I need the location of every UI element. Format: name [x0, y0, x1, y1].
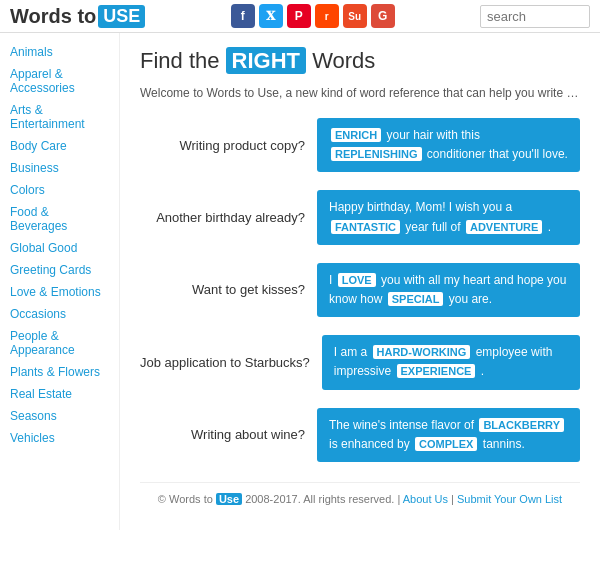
example-sentence-5: The wine's intense flavor of BLACKBERRY … — [317, 408, 580, 462]
example-sentence-1: ENRICH your hair with this REPLENISHING … — [317, 118, 580, 172]
sidebar-item-realestate[interactable]: Real Estate — [0, 383, 119, 405]
example-label-1: Writing product copy? — [140, 138, 305, 153]
social-icons: f 𝐗 P r Su G — [231, 4, 395, 28]
sidebar-item-arts[interactable]: Arts & Entertainment — [0, 99, 119, 135]
twitter-icon[interactable]: 𝐗 — [259, 4, 283, 28]
sidebar-item-vehicles[interactable]: Vehicles — [0, 427, 119, 449]
main-content: Find the RIGHT Words Welcome to Words to… — [120, 33, 600, 530]
keyword-experience: EXPERIENCE — [397, 364, 476, 378]
example-sentence-4: I am a HARD-WORKING employee with impres… — [322, 335, 580, 389]
sidebar-item-food[interactable]: Food & Beverages — [0, 201, 119, 237]
sidebar-item-occasions[interactable]: Occasions — [0, 303, 119, 325]
example-label-3: Want to get kisses? — [140, 282, 305, 297]
example-label-4: Job application to Starbucks? — [140, 355, 310, 370]
keyword-hardworking: HARD-WORKING — [373, 345, 471, 359]
keyword-blackberry: BLACKBERRY — [479, 418, 564, 432]
search-input[interactable] — [480, 5, 590, 28]
logo-use-badge: USE — [98, 5, 145, 28]
reddit-icon[interactable]: r — [315, 4, 339, 28]
sidebar-item-greeting[interactable]: Greeting Cards — [0, 259, 119, 281]
example-row-2: Another birthday already? Happy birthday… — [140, 190, 580, 244]
keyword-complex: COMPLEX — [415, 437, 477, 451]
footer-use-badge: Use — [216, 493, 242, 505]
example-sentence-2: Happy birthday, Mom! I wish you a FANTAS… — [317, 190, 580, 244]
example-row-5: Writing about wine? The wine's intense f… — [140, 408, 580, 462]
keyword-love: LOVE — [338, 273, 376, 287]
footer-submit-link[interactable]: Submit Your Own List — [457, 493, 562, 505]
sidebar-item-people[interactable]: People & Appearance — [0, 325, 119, 361]
facebook-icon[interactable]: f — [231, 4, 255, 28]
intro-text: Welcome to Words to Use, a new kind of w… — [140, 84, 580, 102]
stumbleupon-icon[interactable]: Su — [343, 4, 367, 28]
footer-about-link[interactable]: About Us — [403, 493, 448, 505]
sidebar-item-seasons[interactable]: Seasons — [0, 405, 119, 427]
footer: © Words to Use 2008-2017. All rights res… — [140, 482, 580, 515]
sidebar-item-global[interactable]: Global Good — [0, 237, 119, 259]
sidebar-item-apparel[interactable]: Apparel & Accessories — [0, 63, 119, 99]
sidebar: Animals Apparel & Accessories Arts & Ent… — [0, 33, 120, 530]
sidebar-item-animals[interactable]: Animals — [0, 41, 119, 63]
keyword-replenishing: REPLENISHING — [331, 147, 422, 161]
keyword-special: SPECIAL — [388, 292, 444, 306]
googleplus-icon[interactable]: G — [371, 4, 395, 28]
header: Words to USE f 𝐗 P r Su G — [0, 0, 600, 33]
example-label-5: Writing about wine? — [140, 427, 305, 442]
example-label-2: Another birthday already? — [140, 210, 305, 225]
example-sentence-3: I LOVE you with all my heart and hope yo… — [317, 263, 580, 317]
sidebar-item-love[interactable]: Love & Emotions — [0, 281, 119, 303]
logo[interactable]: Words to USE — [10, 5, 145, 28]
keyword-adventure: ADVENTURE — [466, 220, 542, 234]
page-title: Find the RIGHT Words — [140, 48, 580, 74]
title-highlight: RIGHT — [226, 47, 306, 74]
example-row-3: Want to get kisses? I LOVE you with all … — [140, 263, 580, 317]
example-row-4: Job application to Starbucks? I am a HAR… — [140, 335, 580, 389]
sidebar-item-colors[interactable]: Colors — [0, 179, 119, 201]
keyword-enrich: ENRICH — [331, 128, 381, 142]
sidebar-item-business[interactable]: Business — [0, 157, 119, 179]
sidebar-item-plants[interactable]: Plants & Flowers — [0, 361, 119, 383]
footer-copyright: © Words to Use 2008-2017. All rights res… — [158, 493, 394, 505]
layout: Animals Apparel & Accessories Arts & Ent… — [0, 33, 600, 530]
pinterest-icon[interactable]: P — [287, 4, 311, 28]
sidebar-item-bodycare[interactable]: Body Care — [0, 135, 119, 157]
keyword-fantastic: FANTASTIC — [331, 220, 400, 234]
example-row-1: Writing product copy? ENRICH your hair w… — [140, 118, 580, 172]
logo-text: Words to — [10, 5, 96, 28]
